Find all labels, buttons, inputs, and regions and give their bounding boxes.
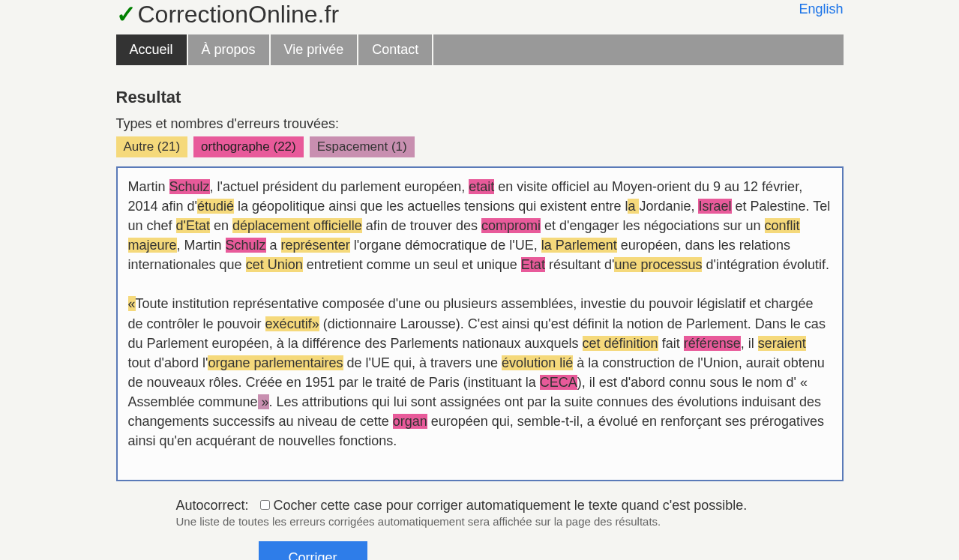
error-highlight[interactable]: etait [469, 179, 494, 194]
types-label: Types et nombres d'erreurs trouvées: [116, 116, 844, 132]
badge-autre[interactable]: Autre (21) [116, 136, 188, 157]
error-highlight[interactable]: cet Union [246, 257, 303, 272]
main-nav: Accueil À propos Vie privée Contact [116, 34, 844, 65]
error-highlight[interactable]: une processus [614, 257, 702, 272]
result-title: Resultat [116, 88, 844, 107]
logo-text: CorrectionOnline.fr [138, 1, 340, 28]
error-highlight[interactable]: déplacement officielle [232, 218, 362, 233]
error-highlight[interactable]: Schulz [169, 179, 210, 194]
corriger-button[interactable]: Corriger [259, 541, 367, 560]
nav-accueil[interactable]: Accueil [116, 34, 188, 65]
error-highlight[interactable]: exécutif» [265, 316, 319, 331]
paragraph-1: Martin Schulz, l'actuel président du par… [128, 177, 832, 274]
lang-english-link[interactable]: English [799, 1, 843, 17]
error-highlight[interactable]: étudié [197, 199, 234, 214]
nav-apropos[interactable]: À propos [188, 34, 271, 65]
error-highlight[interactable]: seraient [758, 336, 806, 351]
autocorrect-text: Cocher cette case pour corriger automati… [274, 498, 748, 513]
error-highlight[interactable]: Israel [698, 199, 731, 214]
error-highlight[interactable]: compromi [481, 218, 541, 233]
paragraph-2: «Toute institution représentative compos… [128, 294, 832, 451]
error-highlight[interactable]: » [258, 394, 269, 409]
check-icon: ✓ [116, 0, 136, 28]
badge-ortho[interactable]: orthographe (22) [193, 136, 304, 157]
error-highlight[interactable]: référense [684, 336, 741, 351]
error-highlight[interactable]: « [128, 296, 136, 311]
error-highlight[interactable]: la Parlement [541, 238, 617, 253]
error-highlight[interactable]: organe parlementaires [208, 355, 343, 370]
error-highlight[interactable]: Etat [521, 257, 545, 272]
error-highlight[interactable]: Schulz [226, 238, 266, 253]
error-highlight[interactable]: d'Etat [176, 218, 210, 233]
error-badges: Autre (21) orthographe (22) Espacement (… [116, 136, 844, 157]
badge-espace[interactable]: Espacement (1) [310, 136, 415, 157]
autocorrect-checkbox[interactable] [260, 500, 270, 510]
nav-vieprivee[interactable]: Vie privée [271, 34, 359, 65]
error-highlight[interactable]: organ [393, 414, 427, 429]
site-logo[interactable]: ✓ CorrectionOnline.fr [116, 0, 340, 28]
autocorrect-sub: Une liste de toutes les erreurs corrigée… [176, 515, 844, 528]
error-highlight[interactable]: a [628, 199, 639, 214]
nav-contact[interactable]: Contact [358, 34, 433, 65]
result-text-area[interactable]: Martin Schulz, l'actuel président du par… [116, 166, 844, 481]
autocorrect-label: Autocorrect: [176, 498, 249, 513]
error-highlight[interactable]: cet définition [583, 336, 658, 351]
error-highlight[interactable]: évolution lié [502, 355, 573, 370]
error-highlight[interactable]: CECA [540, 375, 577, 390]
error-highlight[interactable]: représenter [281, 238, 350, 253]
